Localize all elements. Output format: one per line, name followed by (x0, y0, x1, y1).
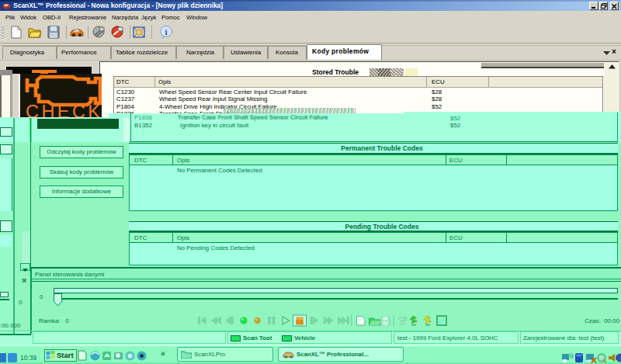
svg-text:CHECK: CHECK (26, 102, 100, 119)
svg-text:i: i (165, 27, 167, 36)
